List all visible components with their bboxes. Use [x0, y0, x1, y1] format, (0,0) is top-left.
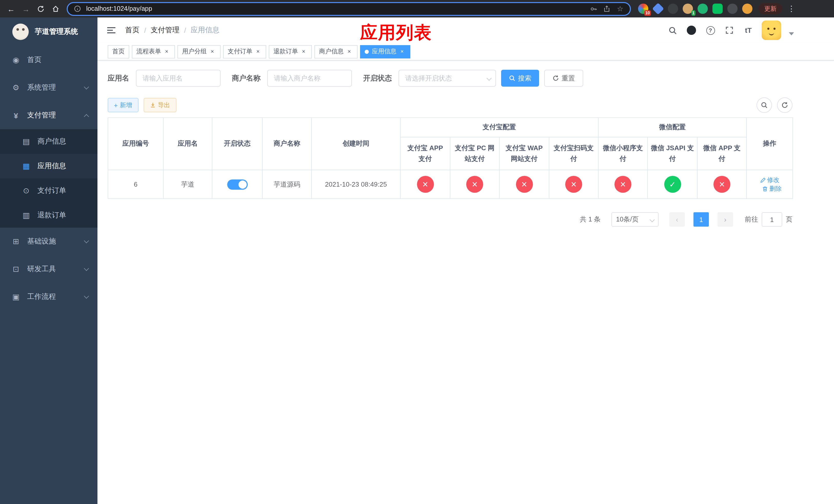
- gear-icon: ⚙: [11, 83, 21, 92]
- close-icon[interactable]: [163, 48, 170, 55]
- trash-icon: [762, 186, 768, 191]
- export-button[interactable]: 导出: [144, 98, 176, 112]
- app-name-label: 应用名: [108, 74, 129, 83]
- workflow-icon: ▣: [11, 292, 21, 301]
- extension-icon-6[interactable]: [712, 4, 723, 14]
- breadcrumb-payment[interactable]: 支付管理: [151, 26, 179, 35]
- dashboard-icon: ◉: [11, 55, 21, 65]
- sidebar-item-app-info[interactable]: ▦ 应用信息: [0, 154, 97, 178]
- home-icon[interactable]: [49, 2, 63, 16]
- font-size-icon[interactable]: [743, 25, 754, 36]
- fullscreen-icon[interactable]: [724, 25, 735, 36]
- github-icon[interactable]: [686, 25, 697, 36]
- sidebar-item-workflow[interactable]: ▣ 工作流程: [0, 283, 97, 311]
- chevron-down-icon: [84, 84, 89, 89]
- avatar[interactable]: [762, 21, 781, 40]
- sidebar-menu: ◉ 首页 ⚙ 系统管理 ¥ 支付管理 ▤ 商户信息: [0, 46, 97, 311]
- table-row: 6 芋道 芋道源码 2021-10-23 08:49:25: [108, 170, 793, 199]
- browser-update-button[interactable]: 更新: [759, 3, 782, 14]
- site-info-icon[interactable]: [73, 4, 82, 13]
- prev-page-button[interactable]: ‹: [670, 212, 685, 227]
- close-icon[interactable]: [398, 48, 406, 55]
- address-bar[interactable]: localhost:1024/pay/app: [67, 2, 631, 16]
- goto-page: 前往 页: [745, 212, 792, 227]
- status-select[interactable]: [398, 70, 496, 87]
- cell-created-time: 2021-10-23 08:49:25: [312, 170, 400, 199]
- status-toggle[interactable]: [227, 179, 247, 189]
- tab-payment-order[interactable]: 支付订单: [223, 45, 266, 58]
- col-header-wx-jsapi: 微信 JSAPI 支付: [648, 137, 697, 170]
- tab-process-form[interactable]: 流程表单: [132, 45, 175, 58]
- extension-icon-5[interactable]: [698, 4, 708, 14]
- extension-badge: 1: [691, 10, 696, 16]
- reset-button[interactable]: 重置: [544, 70, 583, 87]
- close-icon[interactable]: [255, 48, 262, 55]
- browser-menu-icon[interactable]: ⋮: [786, 4, 796, 13]
- filter-form: 应用名 商户名称 开启状态 搜索 重置: [108, 70, 824, 87]
- tab-user-group[interactable]: 用户分组: [177, 45, 221, 58]
- caret-down-icon[interactable]: [789, 32, 794, 36]
- url-text[interactable]: localhost:1024/pay/app: [86, 5, 585, 12]
- back-icon[interactable]: ←: [4, 2, 18, 16]
- next-page-button[interactable]: ›: [718, 212, 733, 227]
- search-button[interactable]: 搜索: [501, 70, 539, 87]
- delete-button[interactable]: 删除: [762, 184, 782, 193]
- app-table: 应用编号 应用名 开启状态 商户名称 创建时间 支付宝配置 微信配置 操作 支付…: [108, 117, 793, 199]
- help-icon[interactable]: [705, 25, 716, 36]
- sidebar-item-refund-order[interactable]: ▥ 退款订单: [0, 203, 97, 228]
- sidebar-item-dev-tools[interactable]: ⊡ 研发工具: [0, 255, 97, 283]
- tab-app-info[interactable]: 应用信息: [360, 45, 410, 58]
- cell-merchant-name: 芋道源码: [262, 170, 312, 199]
- app-name-input[interactable]: [136, 70, 221, 87]
- app-title: 芋道管理系统: [35, 27, 78, 37]
- col-group-wechat: 微信配置: [598, 118, 747, 137]
- cell-app-id: 6: [108, 170, 163, 199]
- merchant-name-input[interactable]: [267, 70, 352, 87]
- tab-home[interactable]: 首页: [108, 45, 129, 58]
- toggle-search-icon[interactable]: [756, 97, 772, 113]
- breadcrumb-home[interactable]: 首页: [125, 26, 139, 35]
- extension-icon-8[interactable]: [742, 4, 752, 14]
- add-button[interactable]: 新增: [108, 98, 138, 112]
- password-key-icon[interactable]: [589, 4, 598, 13]
- close-icon[interactable]: [346, 48, 353, 55]
- toolbar-right: [756, 97, 792, 113]
- sidebar-item-system[interactable]: ⚙ 系统管理: [0, 74, 97, 101]
- page-size-select[interactable]: 10条/页: [611, 212, 659, 227]
- page-number-1[interactable]: 1: [694, 212, 709, 227]
- extension-icon-2[interactable]: [652, 3, 664, 15]
- card-icon: ▤: [22, 137, 31, 146]
- goto-page-input[interactable]: [762, 212, 782, 227]
- payment-submenu: ▤ 商户信息 ▦ 应用信息 ⊙ 支付订单 ▥ 退款订单: [0, 129, 97, 228]
- col-header-id: 应用编号: [108, 118, 163, 170]
- sidebar-item-infrastructure[interactable]: ⊞ 基础设施: [0, 228, 97, 255]
- share-icon[interactable]: [602, 4, 611, 13]
- edit-button[interactable]: 修改: [760, 176, 780, 184]
- chevron-down-icon: [84, 238, 89, 243]
- pagination: 共 1 条 10条/页 ‹ 1 › 前往 页: [108, 212, 792, 227]
- close-icon[interactable]: [209, 48, 216, 55]
- tools-icon: ⊡: [11, 265, 21, 274]
- status-select-input[interactable]: [398, 70, 496, 87]
- forward-icon[interactable]: →: [19, 2, 33, 16]
- col-header-merchant: 商户名称: [262, 118, 312, 170]
- extension-icon-3[interactable]: [668, 4, 678, 14]
- sidebar-item-merchant-info[interactable]: ▤ 商户信息: [0, 129, 97, 154]
- search-icon[interactable]: [667, 25, 678, 36]
- sidebar-item-payment[interactable]: ¥ 支付管理: [0, 101, 97, 129]
- sidebar-item-payment-order[interactable]: ⊙ 支付订单: [0, 178, 97, 203]
- extension-icon-7[interactable]: [727, 4, 738, 14]
- refresh-icon[interactable]: [777, 97, 792, 113]
- browser-toolbar: ← → localhost:1024/pay/app 10: [0, 0, 834, 18]
- tab-merchant-info[interactable]: 商户信息: [314, 45, 357, 58]
- hamburger-icon[interactable]: [97, 18, 125, 43]
- reload-icon[interactable]: [34, 2, 48, 16]
- edit-icon: [760, 177, 766, 183]
- extension-icon-1[interactable]: 10: [638, 4, 648, 14]
- sidebar-item-home[interactable]: ◉ 首页: [0, 46, 97, 74]
- extension-icon-4[interactable]: 1: [683, 4, 693, 14]
- close-icon[interactable]: [300, 48, 307, 55]
- tab-refund-order[interactable]: 退款订单: [269, 45, 312, 58]
- bookmark-star-icon[interactable]: [615, 4, 625, 13]
- refund-icon: ▥: [22, 211, 31, 220]
